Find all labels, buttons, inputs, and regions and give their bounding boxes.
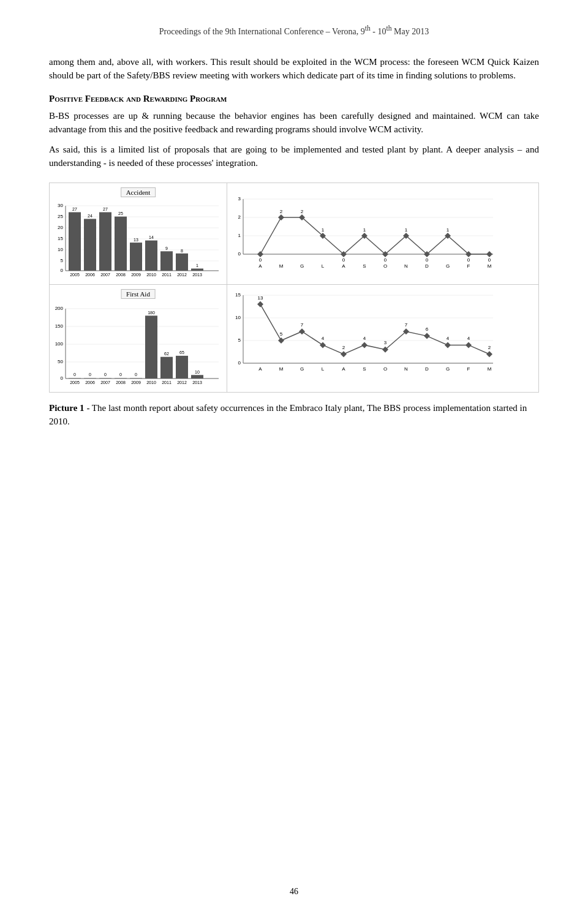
svg-text:50: 50	[58, 359, 63, 364]
accident-row: Accident 30 25 20 15 10 5 0	[50, 183, 538, 285]
svg-text:2012: 2012	[177, 380, 187, 385]
header-text: Proceedings of the 9th International Con…	[159, 27, 429, 36]
svg-text:9: 9	[165, 246, 168, 250]
svg-text:2008: 2008	[116, 273, 126, 277]
accident-line-chart: 3 2 1 0	[227, 183, 538, 284]
accident-line-svg: 3 2 1 0	[230, 187, 499, 273]
svg-text:0: 0	[61, 268, 64, 273]
charts-container: Accident 30 25 20 15 10 5 0	[49, 183, 539, 393]
svg-rect-109	[130, 378, 142, 378]
svg-marker-146	[424, 333, 430, 339]
page-number: 46	[290, 887, 298, 896]
svg-text:7: 7	[405, 322, 408, 328]
svg-text:20: 20	[58, 225, 63, 230]
svg-text:2: 2	[488, 345, 491, 350]
svg-text:0: 0	[342, 257, 345, 263]
svg-text:8: 8	[181, 249, 183, 253]
svg-text:D: D	[425, 366, 429, 372]
paragraph-1: among them and, above all, with workers.…	[49, 55, 539, 83]
svg-text:G: G	[446, 366, 450, 372]
svg-text:F: F	[467, 366, 470, 372]
svg-text:15: 15	[235, 292, 241, 298]
svg-marker-143	[361, 342, 368, 348]
svg-text:0: 0	[89, 372, 91, 377]
svg-text:0: 0	[135, 372, 137, 377]
svg-rect-111	[145, 315, 157, 378]
svg-text:13: 13	[134, 238, 138, 242]
svg-text:2011: 2011	[162, 273, 172, 277]
svg-text:4: 4	[322, 336, 325, 341]
svg-text:2: 2	[301, 209, 304, 214]
svg-text:S: S	[363, 366, 366, 372]
svg-text:180: 180	[148, 311, 155, 315]
svg-text:2007: 2007	[100, 273, 110, 277]
svg-text:5: 5	[280, 331, 283, 337]
svg-text:1: 1	[322, 227, 325, 233]
svg-text:100: 100	[55, 341, 64, 347]
svg-text:3: 3	[384, 340, 387, 345]
svg-text:0: 0	[104, 372, 107, 377]
svg-rect-107	[115, 378, 127, 378]
svg-text:1: 1	[447, 227, 450, 233]
svg-text:A: A	[342, 263, 345, 269]
picture-text: - The last month report about safety occ…	[49, 403, 527, 427]
svg-marker-141	[320, 342, 326, 348]
svg-text:25: 25	[118, 211, 123, 216]
svg-text:1: 1	[196, 263, 198, 268]
svg-text:5: 5	[61, 258, 64, 263]
firstaid-bar-svg: 200 150 100 50 0 0	[52, 301, 222, 387]
firstaid-bar-chart: First Aid 200 150 100 50 0	[50, 285, 227, 392]
svg-text:2: 2	[238, 214, 241, 220]
picture-label: Picture 1	[49, 403, 85, 413]
svg-text:2006: 2006	[85, 273, 95, 277]
svg-text:10: 10	[58, 247, 63, 252]
paragraph-3: As said, this is a limited list of propo…	[49, 143, 539, 170]
svg-marker-64	[486, 251, 492, 257]
svg-text:F: F	[467, 263, 470, 269]
svg-text:2: 2	[342, 345, 345, 350]
svg-text:27: 27	[103, 207, 108, 211]
svg-text:G: G	[300, 366, 304, 372]
svg-text:10: 10	[235, 315, 241, 320]
section-heading: Positive Feedback and Rewarding Program	[49, 94, 539, 104]
svg-rect-117	[191, 375, 203, 378]
svg-text:14: 14	[149, 235, 154, 239]
svg-marker-140	[299, 328, 305, 334]
svg-rect-101	[69, 378, 81, 378]
svg-text:D: D	[425, 263, 429, 269]
svg-text:A: A	[258, 366, 262, 372]
svg-text:G: G	[300, 263, 304, 269]
svg-text:1: 1	[238, 233, 241, 238]
svg-rect-113	[160, 356, 173, 378]
svg-text:L: L	[322, 263, 325, 269]
svg-text:15: 15	[58, 236, 63, 241]
svg-text:S: S	[363, 263, 366, 269]
svg-text:4: 4	[363, 336, 366, 341]
svg-text:G: G	[446, 263, 450, 269]
svg-text:7: 7	[301, 322, 304, 328]
svg-text:2006: 2006	[85, 380, 95, 385]
svg-text:0: 0	[467, 257, 470, 263]
svg-text:2009: 2009	[131, 380, 141, 385]
picture-caption: Picture 1 - The last month report about …	[49, 401, 539, 429]
svg-text:25: 25	[58, 214, 63, 219]
page-header: Proceedings of the 9th International Con…	[49, 24, 539, 37]
svg-text:M: M	[279, 263, 284, 269]
svg-text:62: 62	[164, 352, 169, 356]
paragraph-2: B-BS processes are up & running because …	[49, 109, 539, 137]
svg-rect-115	[176, 356, 188, 378]
svg-text:0: 0	[259, 257, 262, 263]
firstaid-row: First Aid 200 150 100 50 0	[50, 285, 538, 392]
svg-rect-103	[84, 378, 96, 378]
svg-text:2005: 2005	[70, 380, 80, 385]
svg-text:L: L	[322, 366, 325, 372]
svg-marker-54	[278, 214, 284, 220]
svg-text:2005: 2005	[70, 273, 80, 277]
svg-text:0: 0	[488, 257, 491, 263]
svg-text:0: 0	[119, 372, 122, 377]
svg-text:4: 4	[467, 336, 470, 341]
svg-text:30: 30	[58, 203, 63, 208]
svg-text:0: 0	[74, 372, 76, 377]
svg-text:2010: 2010	[146, 380, 156, 385]
svg-text:M: M	[488, 263, 492, 269]
